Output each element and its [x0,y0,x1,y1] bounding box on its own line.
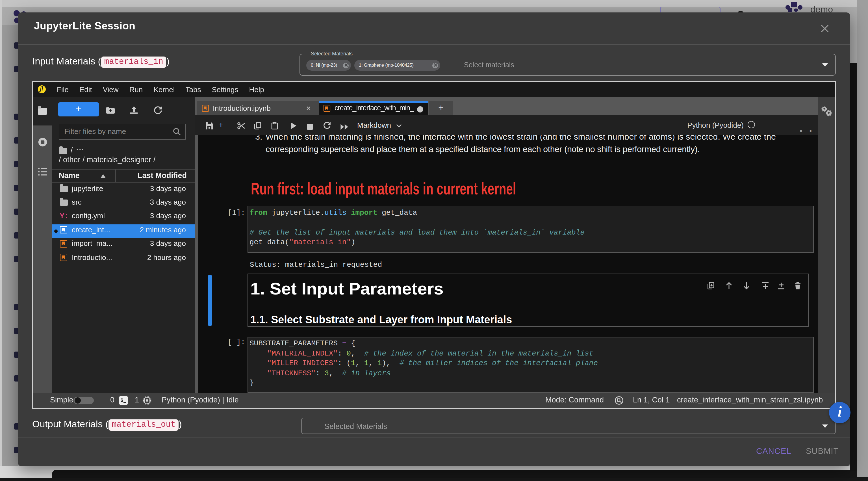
svg-text:$: $ [120,398,123,403]
